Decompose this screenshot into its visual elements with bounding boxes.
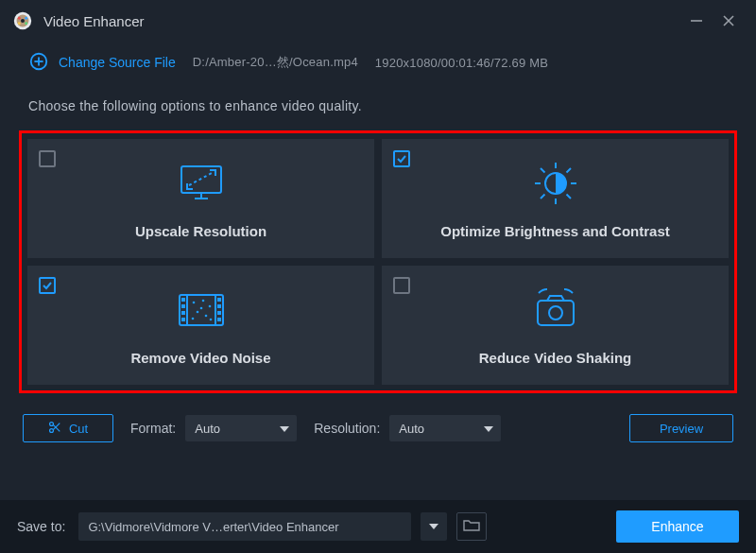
svg-point-2	[21, 19, 25, 23]
svg-point-4	[25, 17, 27, 20]
svg-rect-30	[181, 304, 185, 308]
brightness-icon	[528, 159, 583, 208]
enhance-button[interactable]: Enhance	[616, 510, 739, 543]
svg-line-22	[541, 168, 545, 173]
checkbox-noise[interactable]	[39, 277, 56, 294]
svg-rect-32	[181, 318, 185, 321]
svg-rect-35	[217, 311, 221, 315]
chevron-down-icon	[484, 422, 493, 436]
option-upscale-resolution[interactable]: Upscale Resolution	[27, 139, 374, 258]
svg-point-3	[18, 17, 21, 20]
svg-rect-36	[217, 318, 221, 321]
source-row: Change Source File D:/Amber-20…然/Ocean.m…	[0, 42, 756, 83]
film-noise-icon	[175, 285, 228, 335]
checkbox-upscale[interactable]	[39, 150, 56, 167]
svg-point-44	[199, 306, 202, 309]
save-bar: Save to: G:\Vidmore\Vidmore V…erter\Vide…	[0, 500, 756, 553]
svg-point-47	[49, 422, 53, 425]
chevron-down-icon	[280, 422, 289, 436]
svg-point-48	[49, 428, 53, 432]
minimize-button[interactable]	[680, 5, 713, 37]
close-button[interactable]	[713, 5, 745, 37]
save-path-display[interactable]: G:\Vidmore\Vidmore V…erter\Video Enhance…	[78, 512, 411, 541]
svg-marker-51	[280, 426, 289, 432]
app-logo-icon	[11, 9, 34, 32]
monitor-upscale-icon	[176, 159, 227, 208]
option-label: Optimize Brightness and Contrast	[440, 223, 670, 239]
save-path-text: G:\Vidmore\Vidmore V…erter\Video Enhance…	[88, 520, 338, 534]
svg-marker-53	[429, 524, 438, 529]
change-source-button[interactable]: Change Source File	[28, 51, 176, 75]
camera-stabilize-icon	[528, 285, 583, 335]
cut-label: Cut	[69, 422, 88, 436]
resolution-label: Resolution:	[314, 421, 380, 436]
svg-rect-33	[217, 298, 221, 302]
source-meta: 1920x1080/00:01:46/72.69 MB	[375, 56, 548, 70]
folder-icon	[463, 518, 480, 535]
options-grid: Upscale Resolution	[27, 139, 729, 385]
format-value: Auto	[195, 422, 220, 436]
save-to-label: Save to:	[17, 519, 65, 534]
option-label: Remove Video Noise	[130, 350, 270, 366]
option-optimize-brightness[interactable]: Optimize Brightness and Contrast	[382, 139, 729, 258]
checkbox-shaking[interactable]	[393, 277, 410, 294]
svg-line-16	[189, 172, 214, 185]
format-select[interactable]: Auto	[185, 415, 297, 441]
svg-point-43	[209, 318, 212, 320]
format-field: Format: Auto	[130, 415, 297, 441]
svg-point-38	[201, 299, 204, 302]
svg-rect-45	[538, 301, 574, 325]
resolution-field: Resolution: Auto	[314, 415, 501, 441]
svg-rect-31	[181, 311, 185, 315]
svg-point-6	[25, 22, 27, 25]
svg-point-5	[18, 22, 21, 25]
cut-button[interactable]: Cut	[23, 414, 113, 442]
option-label: Upscale Resolution	[135, 223, 266, 239]
plus-circle-icon	[28, 51, 49, 75]
svg-line-23	[566, 194, 571, 199]
format-label: Format:	[130, 421, 176, 436]
svg-point-40	[196, 310, 198, 313]
option-remove-noise[interactable]: Remove Video Noise	[27, 266, 374, 385]
svg-rect-29	[181, 298, 185, 302]
change-source-label: Change Source File	[59, 55, 176, 70]
app-window: Video Enhancer Change Source File D:/Amb…	[0, 0, 756, 553]
svg-line-24	[566, 168, 571, 173]
browse-folder-button[interactable]	[456, 512, 487, 541]
save-path-dropdown[interactable]	[421, 512, 447, 541]
svg-point-39	[208, 304, 211, 307]
source-path: D:/Amber-20…然/Ocean.mp4	[193, 54, 358, 71]
enhance-label: Enhance	[651, 519, 703, 534]
scissors-icon	[48, 421, 61, 437]
preview-button[interactable]: Preview	[629, 414, 733, 442]
svg-line-25	[541, 194, 545, 199]
svg-point-37	[192, 301, 195, 303]
svg-rect-34	[217, 304, 221, 308]
title-bar: Video Enhancer	[0, 0, 756, 42]
instruction-text: Choose the following options to enhance …	[0, 83, 756, 130]
option-label: Reduce Video Shaking	[479, 350, 631, 366]
svg-point-42	[191, 317, 194, 320]
preview-label: Preview	[660, 422, 703, 436]
window-title: Video Enhancer	[43, 13, 680, 29]
checkbox-brightness[interactable]	[393, 150, 410, 167]
options-highlight-frame: Upscale Resolution	[19, 130, 737, 393]
svg-marker-52	[484, 426, 493, 432]
controls-row: Cut Format: Auto Resolution: Auto Previe…	[0, 393, 756, 442]
resolution-select[interactable]: Auto	[389, 415, 501, 441]
option-reduce-shaking[interactable]: Reduce Video Shaking	[382, 266, 729, 385]
svg-point-46	[549, 306, 562, 320]
resolution-value: Auto	[399, 422, 424, 436]
svg-rect-26	[180, 295, 223, 325]
svg-point-41	[204, 314, 207, 317]
